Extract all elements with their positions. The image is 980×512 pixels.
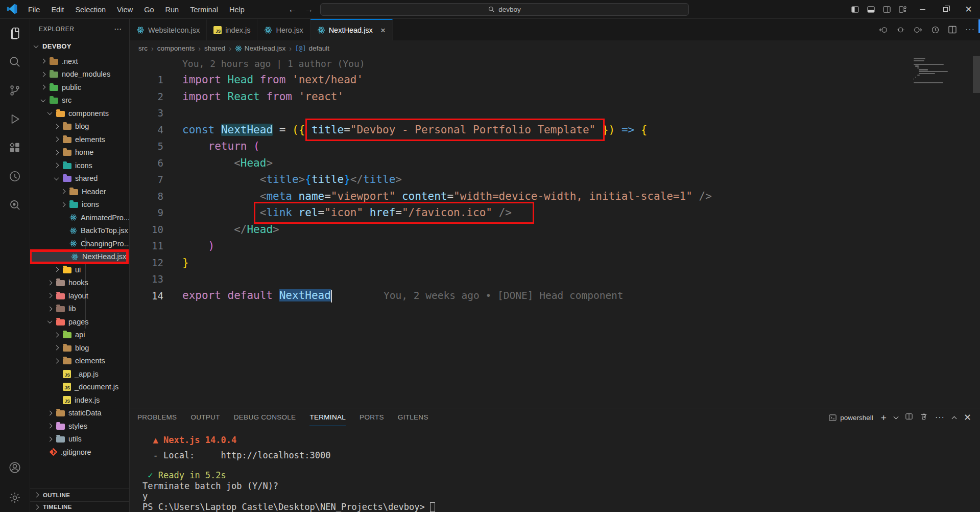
activity-explorer-icon[interactable]	[0, 19, 30, 48]
tree-item-hooks[interactable]: hooks	[30, 276, 129, 290]
gitlens-open-changes-icon[interactable]	[879, 26, 888, 34]
tree-item-elements[interactable]: elements	[30, 355, 129, 368]
tree-item-src[interactable]: src	[30, 94, 129, 107]
tree-item-icons[interactable]: icons	[30, 159, 129, 172]
activity-settings-icon[interactable]	[0, 483, 30, 512]
launch-profile-dropdown-icon[interactable]	[893, 414, 898, 420]
new-terminal-icon[interactable]: +	[881, 413, 887, 423]
maximize-panel-icon[interactable]	[951, 416, 957, 421]
tree-item-public[interactable]: public	[30, 81, 129, 94]
minimap[interactable]	[914, 58, 971, 84]
tree-item-ChangingPro...[interactable]: ChangingPro...	[30, 237, 129, 250]
panel-tab-output[interactable]: OUTPUT	[190, 408, 220, 426]
close-tab-icon[interactable]: ×	[380, 26, 386, 35]
terminal-output[interactable]: ▲ Next.js 14.0.4 - Local: http://localho…	[130, 427, 980, 512]
tree-item-staticData[interactable]: staticData	[30, 407, 129, 420]
tree-root-devboy[interactable]: DEVBOY	[30, 39, 129, 53]
minimize-icon[interactable]	[911, 0, 934, 19]
gitlens-next-revision-icon[interactable]	[914, 26, 922, 34]
more-actions-icon[interactable]: ···	[965, 25, 975, 34]
explorer-more-actions-icon[interactable]: ⋯	[114, 25, 122, 34]
breadcrumb-separator: ›	[198, 44, 201, 53]
more-actions-icon[interactable]: ···	[935, 413, 945, 422]
tree-item-_app.js[interactable]: JS_app.js	[30, 367, 129, 381]
tree-item-utils[interactable]: utils	[30, 433, 129, 446]
activity-gitlens-icon[interactable]	[0, 162, 30, 191]
restore-icon[interactable]	[934, 0, 957, 19]
terminal-shell-selector[interactable]: powershell	[829, 414, 873, 422]
breadcrumb-NextHead.jsx[interactable]: NextHead.jsx	[235, 44, 285, 52]
customize-layout-icon[interactable]	[895, 3, 910, 17]
menu-file[interactable]: File	[22, 3, 45, 16]
nav-back-icon[interactable]: ←	[286, 3, 299, 16]
tree-item-index.js[interactable]: JSindex.js	[30, 393, 129, 407]
panel-tab-debug-console[interactable]: DEBUG CONSOLE	[234, 408, 296, 426]
activity-run-debug-icon[interactable]	[0, 105, 30, 133]
gitlens-previous-revision-icon[interactable]	[896, 26, 905, 34]
tree-item-.next[interactable]: .next	[30, 55, 129, 68]
section-timeline[interactable]: TIMELINE	[30, 501, 129, 512]
tree-item-.gitignore[interactable]: .gitignore	[30, 446, 129, 459]
nav-forward-icon[interactable]: →	[302, 3, 316, 16]
tree-item-ui[interactable]: ui	[30, 263, 129, 276]
menu-go[interactable]: Go	[138, 3, 159, 16]
toggle-panel-icon[interactable]	[864, 3, 878, 17]
menu-view[interactable]: View	[111, 3, 138, 16]
breadcrumb-default[interactable]: [@]default	[295, 44, 329, 52]
close-panel-icon[interactable]: ✕	[964, 413, 971, 422]
tree-item-icons[interactable]: icons	[30, 198, 129, 212]
tree-item-AnimatedPro...[interactable]: AnimatedPro...	[30, 211, 129, 224]
activity-accounts-icon[interactable]	[0, 455, 30, 483]
tree-item-StyleSwitcher....[interactable]: StyleSwitcher....	[30, 250, 129, 264]
tree-item-blog[interactable]: blog	[30, 120, 129, 133]
split-terminal-icon[interactable]	[905, 413, 913, 422]
menu-edit[interactable]: Edit	[45, 3, 69, 16]
tree-item-api[interactable]: api	[30, 329, 129, 342]
split-editor-icon[interactable]	[948, 26, 957, 34]
tree-item-elements[interactable]: elements	[30, 133, 129, 146]
panel-tab-gitlens[interactable]: GITLENS	[398, 408, 428, 426]
tab-WebsiteIcon.jsx[interactable]: WebsiteIcon.jsx	[130, 19, 207, 40]
activity-search-icon[interactable]	[0, 48, 30, 76]
editor-scrollbar[interactable]	[973, 56, 980, 93]
section-outline[interactable]: OUTLINE	[30, 488, 129, 501]
activity-source-control-icon[interactable]	[0, 76, 30, 105]
tree-item-pages[interactable]: pages	[30, 315, 129, 329]
close-icon[interactable]: ✕	[957, 0, 980, 19]
tree-item-styles[interactable]: styles	[30, 420, 129, 433]
kill-terminal-icon[interactable]	[920, 413, 927, 422]
toggle-secondary-sidebar-icon[interactable]	[879, 3, 894, 17]
tree-item-_document.js[interactable]: JS_document.js	[30, 381, 129, 394]
panel-tab-ports[interactable]: PORTS	[360, 408, 384, 426]
gitlens-file-history-icon[interactable]	[931, 26, 940, 34]
tree-item-shared[interactable]: shared	[30, 172, 129, 185]
code-editor[interactable]: You, 2 hours ago | 1 author (You) 1impor…	[130, 56, 980, 408]
toggle-primary-sidebar-icon[interactable]	[848, 3, 862, 17]
tree-item-node_modules[interactable]: node_modules	[30, 68, 129, 81]
folder-icon	[63, 332, 71, 338]
tree-item-layout[interactable]: layout	[30, 289, 129, 302]
breadcrumb-components[interactable]: components	[157, 44, 195, 52]
tree-item-home[interactable]: home	[30, 146, 129, 159]
command-center-search[interactable]: devboy	[320, 3, 689, 16]
activity-bar	[0, 19, 30, 512]
menu-selection[interactable]: Selection	[69, 3, 111, 16]
panel-tab-problems[interactable]: PROBLEMS	[137, 408, 177, 426]
chevron-right-icon	[54, 124, 59, 129]
breadcrumb-shared[interactable]: shared	[204, 44, 225, 52]
tab-index.js[interactable]: JSindex.js	[207, 19, 257, 40]
tree-item-BackToTop.jsx[interactable]: BackToTop.jsx	[30, 224, 129, 238]
tab-Hero.jsx[interactable]: Hero.jsx	[257, 19, 310, 40]
tree-item-blog[interactable]: blog	[30, 341, 129, 355]
menu-run[interactable]: Run	[160, 3, 185, 16]
tab-NextHead.jsx[interactable]: NextHead.jsx×	[310, 19, 393, 40]
menu-help[interactable]: Help	[224, 3, 250, 16]
tree-item-components[interactable]: components	[30, 107, 129, 120]
panel-tab-terminal[interactable]: TERMINAL	[309, 408, 346, 426]
tree-item-lib[interactable]: lib	[30, 302, 129, 316]
activity-gitlens-inspect-icon[interactable]	[0, 191, 30, 219]
breadcrumb-src[interactable]: src	[138, 44, 148, 52]
activity-extensions-icon[interactable]	[0, 133, 30, 162]
menu-terminal[interactable]: Terminal	[184, 3, 224, 16]
tree-item-Header[interactable]: Header	[30, 185, 129, 198]
